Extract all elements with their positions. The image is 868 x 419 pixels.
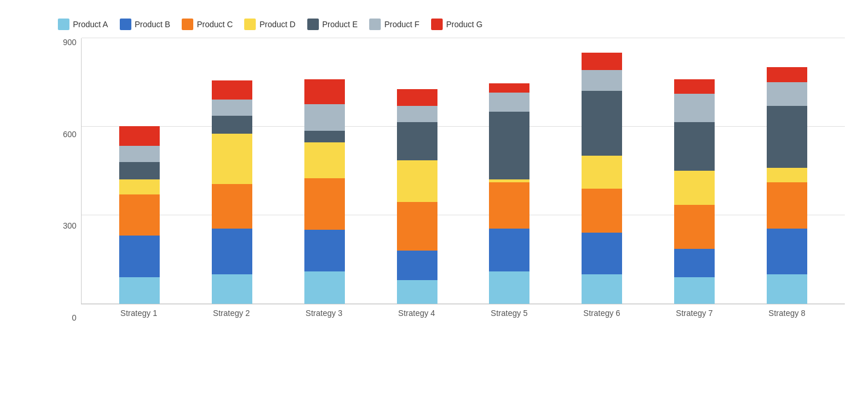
chart-area: 9006003000 Strategy 1Strategy 2Strategy … — [52, 38, 845, 322]
bar-segment — [119, 194, 160, 236]
bar-segment — [397, 280, 437, 304]
legend-label: Product A — [73, 20, 108, 29]
bar-group — [278, 79, 371, 304]
bar-segment — [489, 93, 529, 112]
bar-segment — [397, 89, 437, 105]
legend-item: Product G — [431, 19, 483, 30]
stacked-bar — [489, 83, 529, 304]
bar-segment — [767, 229, 807, 274]
legend-color-swatch — [182, 19, 193, 30]
legend-color-swatch — [431, 19, 443, 30]
bar-segment — [304, 271, 345, 304]
bar-segment — [304, 230, 345, 271]
legend-label: Product G — [446, 20, 483, 29]
bar-segment — [674, 205, 715, 249]
bar-segment — [674, 94, 715, 122]
bar-segment — [119, 179, 160, 194]
legend-item: Product B — [120, 19, 170, 30]
y-axis-label: 600 — [63, 130, 76, 138]
bar-segment — [119, 236, 160, 277]
bar-segment — [212, 100, 252, 116]
bar-group — [741, 67, 833, 304]
bar-segment — [582, 233, 622, 274]
bar-segment — [304, 104, 345, 131]
stacked-bar — [212, 80, 252, 304]
legend-label: Product D — [259, 20, 295, 29]
chart-container: Product A Product B Product C Product D … — [12, 7, 856, 412]
legend: Product A Product B Product C Product D … — [52, 19, 845, 30]
bar-group — [371, 89, 464, 304]
y-axis-label: 0 — [72, 314, 76, 322]
bar-segment — [767, 168, 807, 183]
legend-label: Product B — [135, 20, 170, 29]
bar-group — [648, 79, 741, 304]
stacked-bar — [119, 126, 160, 304]
y-axis-label: 300 — [63, 222, 76, 230]
x-axis-label: Strategy 1 — [93, 308, 185, 318]
bar-segment — [212, 116, 252, 134]
stacked-bar — [582, 53, 622, 304]
plot-area — [81, 38, 845, 304]
legend-item: Product C — [182, 19, 233, 30]
bar-segment — [397, 160, 437, 202]
x-axis-label: Strategy 3 — [278, 308, 370, 318]
bar-segment — [212, 274, 252, 304]
x-axis-label: Strategy 6 — [556, 308, 648, 318]
bar-group — [556, 53, 648, 304]
x-labels: Strategy 1Strategy 2Strategy 3Strategy 4… — [81, 304, 845, 322]
bar-segment — [119, 126, 160, 145]
bar-segment — [119, 277, 160, 304]
legend-color-swatch — [307, 19, 319, 30]
bar-segment — [767, 106, 807, 168]
bar-segment — [397, 202, 437, 251]
bar-segment — [119, 162, 160, 180]
x-axis-label: Strategy 8 — [741, 308, 833, 318]
legend-color-swatch — [369, 19, 381, 30]
bar-segment — [489, 229, 529, 271]
stacked-bar — [674, 79, 715, 304]
legend-label: Product E — [322, 20, 358, 29]
bar-segment — [489, 83, 529, 92]
bar-segment — [304, 79, 345, 104]
stacked-bar — [397, 89, 437, 304]
bar-segment — [767, 182, 807, 228]
legend-color-swatch — [58, 19, 69, 30]
bar-group — [464, 83, 556, 304]
bar-segment — [767, 67, 807, 82]
bar-segment — [767, 82, 807, 106]
legend-item: Product E — [307, 19, 358, 30]
bar-group — [93, 126, 186, 304]
bar-segment — [304, 131, 345, 142]
legend-color-swatch — [120, 19, 131, 30]
bar-segment — [674, 122, 715, 171]
bar-segment — [119, 146, 160, 162]
x-axis-label: Strategy 4 — [370, 308, 463, 318]
bars-wrapper — [82, 38, 845, 304]
legend-item: Product F — [369, 19, 420, 30]
bar-segment — [489, 271, 529, 304]
bar-segment — [582, 274, 622, 304]
y-axis-label: 900 — [63, 38, 76, 46]
legend-item: Product A — [58, 19, 108, 30]
bar-segment — [582, 156, 622, 188]
bar-segment — [674, 277, 715, 304]
x-axis-label: Strategy 7 — [648, 308, 741, 318]
bar-segment — [212, 184, 252, 229]
legend-label: Product C — [197, 20, 233, 29]
stacked-bar — [304, 79, 345, 304]
bar-segment — [582, 91, 622, 156]
bar-segment — [674, 249, 715, 277]
legend-label: Product F — [384, 20, 420, 29]
legend-item: Product D — [244, 19, 295, 30]
bar-segment — [674, 171, 715, 205]
bar-segment — [212, 80, 252, 100]
bar-group — [186, 80, 278, 304]
bar-segment — [582, 70, 622, 91]
y-axis: 9006003000 — [52, 38, 81, 322]
bar-segment — [674, 79, 715, 94]
bar-segment — [767, 274, 807, 304]
bar-segment — [489, 112, 529, 180]
bar-segment — [489, 182, 529, 228]
bar-segment — [397, 106, 437, 122]
bar-segment — [397, 122, 437, 160]
